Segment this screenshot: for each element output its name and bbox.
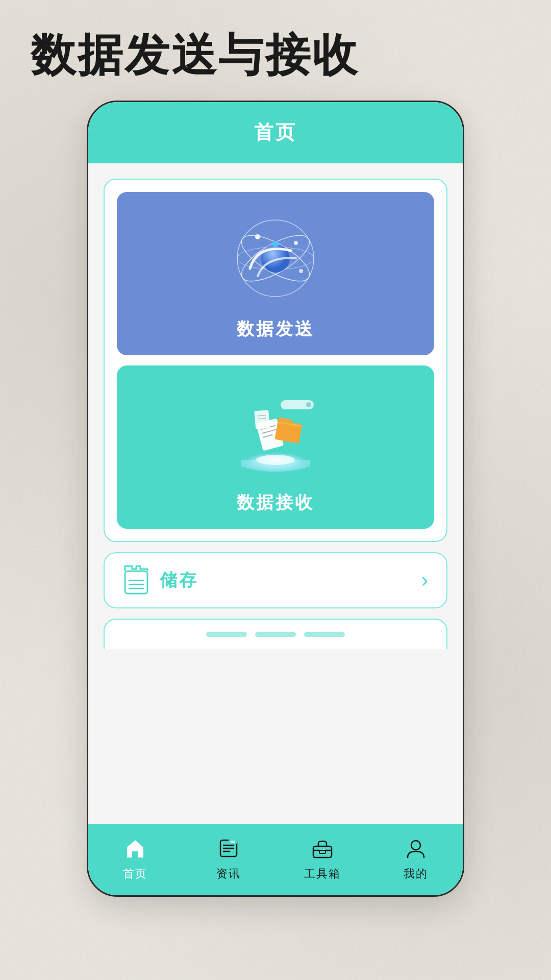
profile-icon (405, 837, 427, 863)
phone-content: 数据发送 (88, 163, 463, 824)
partial-card (104, 619, 447, 649)
svg-point-8 (272, 241, 279, 247)
home-icon (124, 837, 146, 863)
bottom-nav: 首页 资讯 (88, 824, 463, 895)
receive-illustration (224, 391, 327, 483)
storage-label: 储存 (160, 569, 198, 592)
svg-rect-24 (125, 571, 147, 594)
svg-rect-32 (229, 839, 237, 844)
receive-card-label: 数据接收 (237, 491, 314, 514)
svg-point-39 (411, 841, 420, 850)
package-svg (232, 396, 319, 478)
chevron-right-icon: › (421, 569, 428, 592)
toolbox-icon (311, 837, 334, 863)
nav-item-news[interactable]: 资讯 (182, 824, 276, 895)
partial-bar-1 (206, 632, 247, 637)
main-title: 数据发送与接收 (31, 31, 520, 80)
svg-rect-35 (313, 846, 332, 857)
news-icon (217, 837, 240, 863)
send-card[interactable]: 数据发送 (117, 192, 434, 355)
storage-row[interactable]: 储存 › (104, 552, 447, 608)
nav-label-profile: 我的 (404, 866, 428, 881)
partial-content (206, 632, 345, 637)
svg-point-6 (294, 241, 298, 245)
header-title: 首页 (254, 119, 297, 145)
storage-left: 储存 (123, 565, 198, 596)
phone-frame: 首页 (87, 101, 464, 897)
nav-label-home: 首页 (123, 866, 147, 881)
nav-item-tools[interactable]: 工具箱 (276, 824, 369, 895)
svg-point-23 (306, 402, 311, 407)
globe-svg (230, 212, 321, 304)
svg-point-7 (299, 269, 303, 273)
sd-card-icon (123, 565, 149, 596)
page-title-area: 数据发送与接收 (0, 0, 551, 101)
svg-rect-19 (254, 410, 270, 429)
nav-item-profile[interactable]: 我的 (369, 824, 463, 895)
feature-cards-container: 数据发送 (104, 179, 447, 542)
nav-label-tools: 工具箱 (304, 866, 341, 881)
svg-point-11 (256, 455, 295, 465)
phone-header: 首页 (88, 102, 463, 163)
receive-card[interactable]: 数据接收 (117, 365, 434, 529)
nav-label-news: 资讯 (216, 866, 241, 881)
partial-bar-2 (255, 632, 296, 637)
partial-bar-3 (304, 632, 345, 637)
svg-point-5 (255, 234, 260, 239)
svg-rect-36 (319, 850, 325, 853)
send-illustration (224, 207, 327, 309)
nav-item-home[interactable]: 首页 (88, 824, 182, 895)
send-card-label: 数据发送 (237, 317, 314, 341)
